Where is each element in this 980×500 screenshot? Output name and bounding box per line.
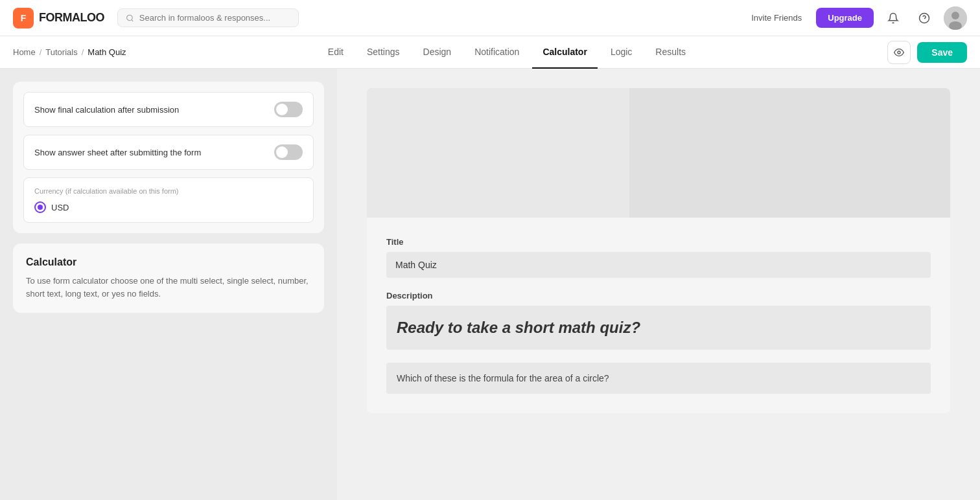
currency-option-usd[interactable]: USD — [34, 201, 303, 213]
description-field-label: Description — [386, 291, 931, 301]
svg-line-1 — [132, 19, 133, 21]
tab-design[interactable]: Design — [413, 36, 462, 69]
question-box: Which of these is the formula for the ar… — [386, 363, 931, 394]
tab-edit[interactable]: Edit — [318, 36, 354, 69]
show-answer-sheet-row: Show answer sheet after submitting the f… — [23, 135, 314, 170]
currency-usd-label: USD — [51, 203, 69, 212]
tab-notification[interactable]: Notification — [464, 36, 530, 69]
svg-point-0 — [127, 15, 133, 21]
calculator-desc: To use form calculator choose one of the… — [26, 275, 311, 300]
eye-icon — [894, 47, 904, 58]
logo-text: FORMALOO — [39, 11, 104, 25]
upgrade-button[interactable]: Upgrade — [816, 8, 874, 28]
radio-usd — [34, 201, 46, 213]
svg-point-7 — [898, 51, 900, 54]
nav-right: Invite Friends Upgrade — [745, 6, 967, 30]
top-nav: F FORMALOO Invite Friends Upgrade — [0, 0, 980, 36]
user-avatar-icon — [944, 6, 967, 30]
calculator-card: Calculator To use form calculator choose… — [13, 244, 324, 313]
currency-legend: Currency (if calculation available on th… — [34, 187, 303, 195]
show-final-calc-label: Show final calculation after submission — [34, 105, 179, 115]
tab-links: Edit Settings Design Notification Calcul… — [318, 36, 696, 69]
avatar-button[interactable] — [944, 6, 967, 30]
calculator-title: Calculator — [26, 256, 311, 268]
search-bar[interactable] — [117, 8, 299, 27]
invite-button[interactable]: Invite Friends — [745, 9, 808, 27]
cover-image: Math Quiz Template Math quiz Ready to ta… — [367, 88, 950, 218]
notifications-button[interactable] — [881, 6, 905, 30]
help-button[interactable] — [913, 6, 936, 30]
currency-card: Currency (if calculation available on th… — [23, 177, 314, 223]
logo-icon: F — [13, 8, 34, 28]
breadcrumb-sep2: / — [82, 47, 84, 57]
tab-calculator[interactable]: Calculator — [532, 36, 597, 69]
toggle-slider-2 — [274, 144, 303, 160]
show-final-calc-toggle[interactable] — [274, 102, 303, 117]
search-icon — [126, 14, 134, 23]
main-layout: Show final calculation after submission … — [0, 69, 980, 500]
breadcrumb-home[interactable]: Home — [13, 47, 36, 57]
bell-icon — [887, 12, 899, 24]
description-box: Ready to take a short math quiz? — [386, 306, 931, 350]
tab-settings[interactable]: Settings — [356, 36, 410, 69]
settings-card: Show final calculation after submission … — [13, 82, 324, 233]
form-preview: Math Quiz Template Math quiz Ready to ta… — [367, 88, 950, 413]
search-input[interactable] — [139, 13, 290, 23]
tab-results[interactable]: Results — [645, 36, 696, 69]
preview-button[interactable] — [887, 41, 911, 64]
help-icon — [918, 12, 930, 24]
breadcrumb-sep1: / — [40, 47, 42, 57]
right-panel: Math Quiz Template Math quiz Ready to ta… — [337, 69, 980, 500]
show-final-calc-row: Show final calculation after submission — [23, 92, 314, 127]
breadcrumb-current: Math Quiz — [88, 47, 126, 57]
breadcrumb: Home / Tutorials / Math Quiz — [13, 47, 126, 57]
save-button[interactable]: Save — [917, 42, 967, 63]
show-answer-sheet-label: Show answer sheet after submitting the f… — [34, 148, 201, 157]
svg-point-5 — [951, 12, 959, 19]
toggle-slider-1 — [274, 102, 303, 117]
tab-logic[interactable]: Logic — [600, 36, 642, 69]
breadcrumb-tutorials[interactable]: Tutorials — [45, 47, 77, 57]
description-text: Ready to take a short math quiz? — [397, 319, 920, 337]
left-panel: Show final calculation after submission … — [0, 69, 337, 500]
form-content: Title Math Quiz Description Ready to tak… — [367, 218, 950, 413]
title-field-value[interactable]: Math Quiz — [386, 252, 931, 278]
sub-nav-right: Save — [887, 41, 967, 64]
title-field-label: Title — [386, 237, 931, 247]
logo: F FORMALOO — [13, 8, 104, 28]
sub-nav: Home / Tutorials / Math Quiz Edit Settin… — [0, 36, 980, 69]
show-answer-sheet-toggle[interactable] — [274, 144, 303, 160]
